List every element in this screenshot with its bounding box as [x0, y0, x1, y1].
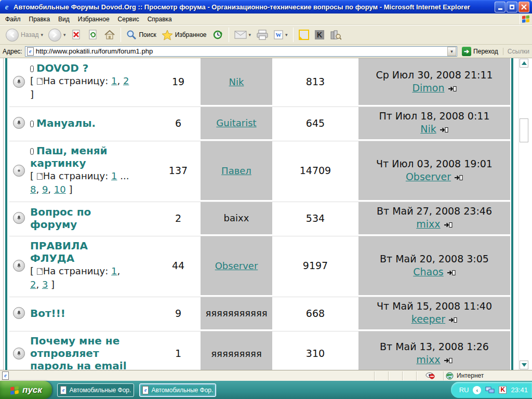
topic-title-link[interactable]: DOVOD ? [36, 62, 88, 74]
menu-help[interactable]: Справка [143, 15, 176, 24]
restore-button[interactable] [507, 2, 517, 12]
goto-post-icon[interactable] [444, 218, 453, 231]
goto-post-icon[interactable] [447, 266, 456, 279]
taskbar-window-2[interactable]: e Автомобильные Фор... [139, 383, 216, 397]
page-number-link[interactable]: 8 [30, 184, 36, 195]
page-number-link[interactable]: 1 [111, 75, 117, 86]
search-button[interactable]: Поиск [124, 28, 158, 42]
pages-separator: , [48, 184, 54, 195]
favorites-button[interactable]: Избранное [159, 28, 209, 42]
lastpost-author-link[interactable]: mixx [416, 354, 440, 365]
menu-tools[interactable]: Сервис [114, 15, 143, 24]
research-button[interactable] [327, 28, 344, 42]
language-indicator[interactable]: RU [459, 386, 469, 394]
page-number-link[interactable]: 3 [42, 279, 48, 290]
address-dropdown-button[interactable]: ▾ [447, 47, 456, 56]
dot-icon [16, 168, 22, 174]
lastpost-author-link[interactable]: Dimon [412, 82, 444, 94]
stop-button[interactable] [68, 28, 85, 42]
close-button[interactable] [518, 2, 529, 12]
go-button[interactable]: ➔ Переход [460, 46, 500, 57]
back-button[interactable]: Назад ▾ [3, 27, 46, 43]
page-number-link[interactable]: 9 [42, 184, 48, 195]
lastpost-author-link[interactable]: keeper [411, 313, 445, 325]
topic-title-link[interactable]: ПРАВИЛА ФЛУДА [30, 240, 88, 264]
refresh-button[interactable] [85, 28, 101, 42]
status-main-pane: e [0, 371, 375, 380]
address-label: Адрес: [3, 48, 22, 55]
menu-view[interactable]: Вид [54, 15, 74, 24]
views-cell: 534 [272, 200, 358, 234]
address-input[interactable]: e http://www.pokatili.ru/forum/forum1.ph… [25, 46, 457, 57]
topic-title-link[interactable]: Вот!!! [30, 307, 65, 320]
forum-topics-body: DOVOD ? [ На страницу: 1, 2 ] 19 Nik 813… [9, 58, 510, 370]
topic-row: ПРАВИЛА ФЛУДА [ На страницу: 1, 2, 3 ] 4… [9, 234, 510, 295]
scroll-down-button[interactable] [520, 361, 528, 369]
network-tray-icon[interactable] [485, 387, 495, 394]
views-cell: 813 [272, 58, 358, 105]
topic-author[interactable]: Guitarist [216, 117, 256, 128]
messenger-button[interactable] [296, 28, 312, 42]
home-button[interactable] [101, 28, 118, 42]
goto-post-icon[interactable] [454, 171, 463, 184]
topic-title-link[interactable]: Вопрос по форуму [30, 206, 91, 231]
replies-cell: 6 [156, 105, 201, 139]
author-cell: Guitarist [201, 105, 272, 139]
tray-collapse-icon[interactable]: ‹ [473, 386, 481, 394]
kaspersky-tray-icon[interactable]: K [499, 386, 507, 394]
menu-favorites[interactable]: Избранное [74, 15, 114, 24]
favorites-star-icon [162, 30, 173, 41]
topic-author[interactable]: Nik [229, 76, 244, 87]
history-button[interactable] [209, 28, 226, 42]
window-title: Автомобильные Форумы Dovod.Org :: Просмо… [14, 3, 492, 11]
bell-icon [16, 79, 22, 85]
page-number-link[interactable]: 1 [111, 265, 117, 276]
topic-title-link[interactable]: Мануалы. [36, 117, 96, 129]
lastpost-author-link[interactable]: mixx [416, 218, 440, 230]
goto-post-icon[interactable] [448, 313, 457, 326]
stop-icon [71, 29, 82, 41]
goto-post-icon[interactable] [444, 354, 453, 367]
pages-open-bracket: [ [30, 75, 37, 86]
links-bar[interactable]: Ссылки [503, 48, 529, 55]
mail-icon [234, 31, 247, 39]
taskbar-window-1[interactable]: e Автомобильные Фор... [57, 383, 134, 397]
topic-author[interactable]: Observer [215, 260, 258, 271]
privacy-pane[interactable] [417, 371, 444, 380]
back-icon [6, 29, 19, 42]
topic-icon [13, 212, 25, 224]
lastpost-author-link[interactable]: Chaos [413, 266, 443, 277]
menu-edit[interactable]: Правка [25, 15, 55, 24]
page-number-link[interactable]: 2 [30, 279, 36, 290]
page-number-link[interactable]: 10 [54, 184, 66, 195]
forward-button[interactable]: ▾ [46, 27, 69, 43]
print-button[interactable] [254, 28, 271, 42]
views-cell: 310 [272, 329, 358, 370]
scroll-up-button[interactable] [520, 59, 528, 68]
goto-post-icon[interactable] [440, 123, 448, 136]
lastpost-date: Чт Июл 03, 2008 19:01 [361, 157, 508, 170]
scroll-thumb[interactable] [520, 118, 528, 142]
edit-dropdown-icon: ▾ [285, 32, 288, 37]
menu-file[interactable]: Файл [1, 15, 25, 24]
mail-button[interactable]: ▾ [232, 29, 254, 41]
ie-logo-icon: e [3, 3, 11, 11]
edit-word-button[interactable]: W ▾ [271, 29, 290, 41]
lastpost-author-link[interactable]: Nik [420, 123, 436, 135]
topic-author[interactable]: Павел [221, 165, 251, 176]
table-hairline [3, 58, 4, 370]
page-icon [37, 268, 43, 275]
topic-row: Вот!!! 9 яяяяяяяяяяя 668 Чт Май 15, 2008… [9, 295, 510, 329]
goto-post-icon[interactable] [448, 82, 457, 95]
page-number-link[interactable]: 1 [111, 170, 117, 181]
topic-title-link[interactable]: Паш, меняй картинку [30, 144, 108, 169]
lastpost-author-link[interactable]: Observer [406, 171, 451, 182]
pages-open-bracket: [ [30, 170, 37, 181]
topic-title-link[interactable]: Почему мне не отпровляет пароль на email [30, 335, 127, 370]
page-scrollbar[interactable] [518, 58, 528, 370]
start-button[interactable]: пуск [0, 381, 52, 399]
minimize-button[interactable] [495, 2, 506, 12]
page-number-link[interactable]: 2 [123, 75, 129, 86]
replies-count: 2 [175, 212, 181, 224]
kaspersky-button[interactable]: K [312, 28, 327, 42]
